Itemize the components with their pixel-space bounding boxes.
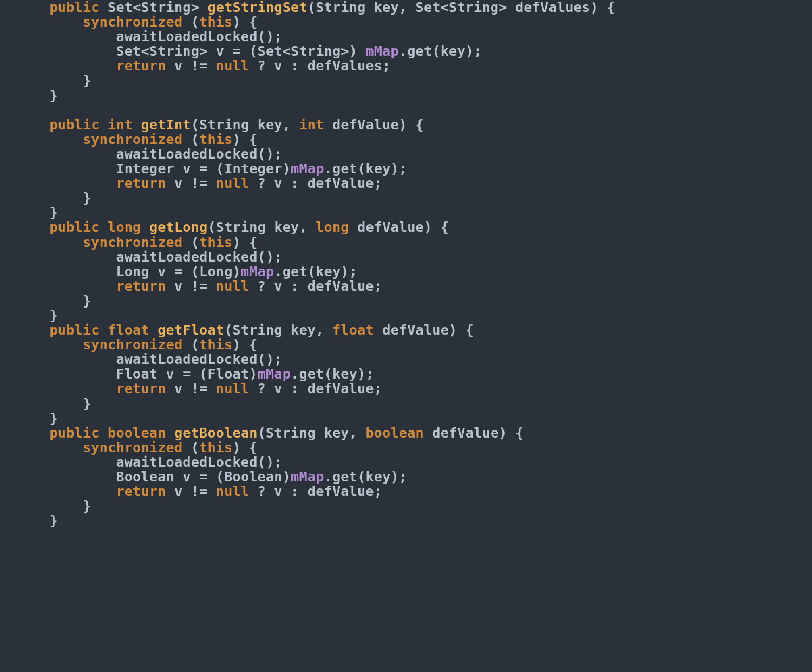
method-name-getStringSet: getStringSet bbox=[207, 0, 307, 15]
keyword-public: public bbox=[49, 0, 99, 15]
method-name-getBoolean: getBoolean bbox=[174, 425, 258, 441]
keyword-long: long bbox=[108, 219, 141, 235]
keyword-float: float bbox=[108, 322, 149, 338]
field-mMap: mMap bbox=[365, 43, 398, 59]
keyword-int: int bbox=[108, 117, 133, 133]
keyword-boolean: boolean bbox=[108, 425, 166, 441]
keyword-return: return bbox=[116, 58, 166, 74]
code-editor-content[interactable]: public Set<String> getStringSet(String k… bbox=[0, 0, 812, 528]
method-name-getLong: getLong bbox=[149, 219, 208, 235]
type-set: Set bbox=[108, 0, 133, 15]
method-name-getFloat: getFloat bbox=[158, 322, 224, 338]
call-awaitLoadedLocked: awaitLoadedLocked bbox=[116, 29, 257, 44]
method-name-getInt: getInt bbox=[141, 117, 191, 133]
keyword-synchronized: synchronized bbox=[83, 14, 182, 30]
